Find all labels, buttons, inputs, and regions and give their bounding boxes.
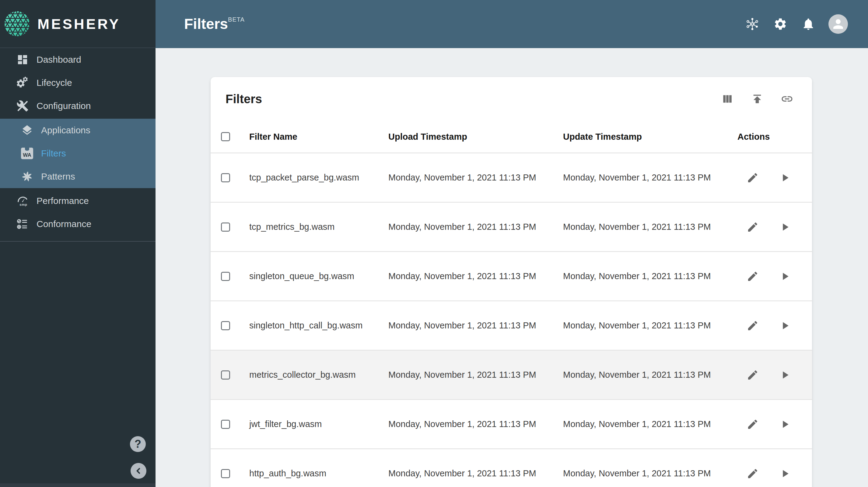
- table-row[interactable]: singleton_queue_bg.wasm Monday, November…: [211, 251, 812, 300]
- notifications-button[interactable]: [800, 16, 816, 32]
- sidebar-item-performance[interactable]: smp Performance: [0, 189, 156, 212]
- patterns-pinwheel-icon: [21, 170, 34, 183]
- column-header-filter-name[interactable]: Filter Name: [249, 132, 389, 142]
- settings-button[interactable]: [772, 16, 788, 32]
- link-icon: [781, 93, 794, 105]
- edit-filter-button[interactable]: [746, 467, 760, 480]
- update-timestamp-cell: Monday, November 1, 2021 11:13 PM: [563, 370, 738, 380]
- row-checkbox-cell: [211, 469, 249, 478]
- upload-icon: [751, 93, 764, 105]
- edit-filter-button[interactable]: [746, 270, 760, 283]
- deploy-filter-button[interactable]: [778, 319, 792, 332]
- table-row[interactable]: jwt_filter_bg.wasm Monday, November 1, 2…: [211, 399, 812, 448]
- row-checkbox[interactable]: [221, 222, 230, 232]
- sidebar-item-dashboard[interactable]: Dashboard: [0, 48, 156, 71]
- actions-cell: [738, 171, 812, 184]
- sidebar-item-configuration[interactable]: Configuration: [0, 94, 156, 118]
- actions-cell: [738, 270, 812, 283]
- upload-timestamp-cell: Monday, November 1, 2021 11:13 PM: [389, 468, 563, 479]
- sidebar-item-label: Patterns: [41, 171, 75, 182]
- sidebar-item-label: Filters: [41, 148, 66, 159]
- edit-pencil-icon: [747, 221, 759, 233]
- header-actions: [744, 14, 868, 34]
- row-checkbox-cell: [211, 370, 249, 379]
- update-timestamp-cell: Monday, November 1, 2021 11:13 PM: [563, 321, 738, 331]
- help-button[interactable]: ?: [130, 436, 146, 452]
- filters-table: Filter Name Upload Timestamp Update Time…: [211, 121, 812, 487]
- play-icon: [779, 270, 791, 282]
- row-checkbox-cell: [211, 222, 249, 232]
- mesh-sync-button[interactable]: [744, 16, 760, 32]
- row-checkbox[interactable]: [221, 272, 230, 281]
- sidebar-item-patterns[interactable]: Patterns: [0, 165, 156, 188]
- edit-pencil-icon: [747, 369, 759, 381]
- sidebar-item-label: Applications: [41, 125, 90, 135]
- table-row[interactable]: tcp_metrics_bg.wasm Monday, November 1, …: [211, 202, 812, 251]
- deploy-filter-button[interactable]: [778, 171, 792, 184]
- table-row[interactable]: singleton_http_call_bg.wasm Monday, Nove…: [211, 300, 812, 350]
- person-icon: [831, 17, 845, 31]
- filter-name-cell: tcp_metrics_bg.wasm: [249, 222, 389, 232]
- card-toolbar: [721, 92, 794, 105]
- deploy-filter-button[interactable]: [778, 467, 792, 480]
- view-columns-button[interactable]: [721, 92, 734, 105]
- sidebar-item-label: Conformance: [36, 219, 91, 229]
- sidebar-item-label: Dashboard: [36, 55, 81, 65]
- edit-filter-button[interactable]: [746, 418, 760, 431]
- sidebar-item-applications[interactable]: Applications: [0, 119, 156, 142]
- user-avatar[interactable]: [829, 14, 848, 34]
- row-checkbox-cell: [211, 321, 249, 330]
- row-checkbox[interactable]: [221, 469, 230, 478]
- table-row[interactable]: tcp_packet_parse_bg.wasm Monday, Novembe…: [211, 152, 812, 202]
- beta-badge: BETA: [228, 16, 245, 23]
- performance-gauge-icon: smp: [16, 194, 29, 208]
- table-row[interactable]: metrics_collector_bg.wasm Monday, Novemb…: [211, 350, 812, 399]
- play-icon: [779, 172, 791, 184]
- column-header-upload-timestamp[interactable]: Upload Timestamp: [389, 132, 563, 142]
- upload-filter-button[interactable]: [750, 92, 764, 105]
- edit-pencil-icon: [747, 172, 759, 184]
- filter-name-cell: http_auth_bg.wasm: [249, 468, 389, 479]
- table-row[interactable]: http_auth_bg.wasm Monday, November 1, 20…: [211, 448, 812, 487]
- row-checkbox[interactable]: [221, 370, 230, 379]
- filter-name-cell: metrics_collector_bg.wasm: [249, 370, 389, 380]
- column-header-update-timestamp[interactable]: Update Timestamp: [563, 132, 738, 142]
- deploy-filter-button[interactable]: [778, 368, 792, 382]
- notifications-bell-icon: [801, 17, 815, 31]
- sidebar-divider: [0, 241, 156, 242]
- row-checkbox-cell: [211, 420, 249, 429]
- sidebar-item-filters[interactable]: WA Filters: [0, 142, 156, 165]
- deploy-filter-button[interactable]: [778, 220, 792, 234]
- sidebar: MESHERY Dashboard Lifecycle: [0, 0, 156, 487]
- row-checkbox[interactable]: [221, 173, 230, 182]
- edit-filter-button[interactable]: [746, 368, 760, 382]
- row-checkbox[interactable]: [221, 420, 230, 429]
- filter-name-cell: tcp_packet_parse_bg.wasm: [249, 173, 389, 183]
- sidebar-item-label: Performance: [36, 196, 89, 206]
- filter-name-cell: singleton_queue_bg.wasm: [249, 271, 389, 281]
- sidebar-item-label: Configuration: [36, 101, 91, 111]
- meshery-logo[interactable]: MESHERY: [0, 0, 156, 48]
- deploy-filter-button[interactable]: [778, 418, 792, 431]
- sidebar-item-lifecycle[interactable]: Lifecycle: [0, 71, 156, 94]
- edit-filter-button[interactable]: [746, 220, 760, 234]
- update-timestamp-cell: Monday, November 1, 2021 11:13 PM: [563, 271, 738, 281]
- edit-filter-button[interactable]: [746, 171, 760, 184]
- card-header: Filters: [211, 77, 812, 121]
- row-checkbox[interactable]: [221, 321, 230, 330]
- upload-timestamp-cell: Monday, November 1, 2021 11:13 PM: [389, 173, 563, 183]
- import-url-button[interactable]: [780, 92, 794, 105]
- chevron-left-icon: [134, 466, 143, 476]
- sidebar-item-conformance[interactable]: Conformance: [0, 212, 156, 236]
- play-icon: [779, 221, 791, 233]
- upload-timestamp-cell: Monday, November 1, 2021 11:13 PM: [389, 321, 563, 331]
- main-content: Filters: [156, 48, 868, 487]
- sidebar-nav: Dashboard Lifecycle Conf: [0, 48, 156, 242]
- edit-filter-button[interactable]: [746, 319, 760, 332]
- table-body: tcp_packet_parse_bg.wasm Monday, Novembe…: [211, 152, 812, 487]
- page-title: Filters BETA: [184, 17, 245, 31]
- collapse-sidebar-button[interactable]: [130, 463, 146, 479]
- select-all-checkbox[interactable]: [221, 132, 230, 141]
- deploy-filter-button[interactable]: [778, 270, 792, 283]
- filter-name-cell: singleton_http_call_bg.wasm: [249, 321, 389, 331]
